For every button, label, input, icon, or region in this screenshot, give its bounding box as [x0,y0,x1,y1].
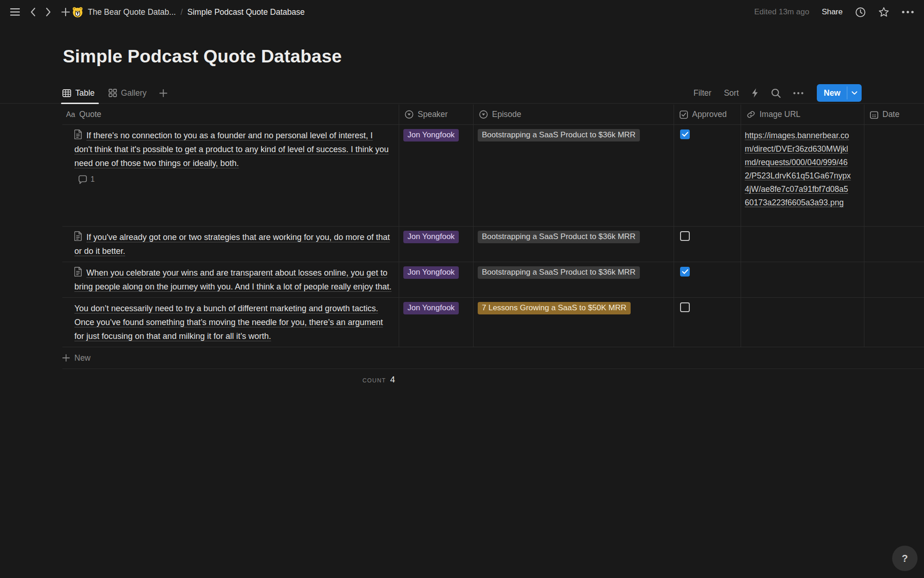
quote-title: You don’t necessarily need to try a bunc… [74,304,383,341]
speaker-cell[interactable]: Jon Yongfook [399,262,473,297]
column-header-approved[interactable]: Approved [674,105,741,124]
episode-tag: Bootstrapping a SaaS Product to $36k MRR [478,266,640,279]
approved-checkbox[interactable] [680,302,690,312]
plus-icon [62,354,70,362]
episode-cell[interactable]: Bootstrapping a SaaS Product to $36k MRR [473,262,674,297]
episode-cell[interactable]: Bootstrapping a SaaS Product to $36k MRR [473,125,674,226]
quote-cell[interactable]: If you've already got one or two strateg… [62,227,399,262]
new-record-button[interactable]: New [817,84,862,102]
back-chevron-icon[interactable] [30,7,36,17]
image-url-cell[interactable] [741,262,864,297]
quote-cell[interactable]: When you celebrate your wins and are tra… [62,262,399,297]
more-ellipsis-icon[interactable] [902,11,914,13]
count-value: 4 [390,375,395,385]
comment-chip[interactable]: 1 [78,172,392,186]
count-label: COUNT [362,377,386,384]
image-url-cell[interactable] [741,227,864,262]
image-url-cell[interactable] [741,298,864,347]
approved-cell [674,262,741,297]
breadcrumb-separator: / [181,7,183,17]
column-label: Image URL [760,110,801,119]
add-row-label: New [74,353,91,363]
hamburger-icon[interactable] [10,8,20,16]
filter-button[interactable]: Filter [693,88,711,98]
breadcrumb-parent[interactable]: The Bear Quote Datab... [72,6,176,18]
approved-cell [674,227,741,262]
page-document-icon [74,267,82,277]
page-title[interactable]: Simple Podcast Quote Database [63,46,342,67]
new-record-label: New [817,84,847,102]
episode-tag: 7 Lessons Growing a SaaS to $50K MRR [478,302,631,314]
column-label: Date [882,110,900,119]
tab-table[interactable]: Table [62,82,95,104]
table-header-row: Aa Quote Speaker Episode Approved Imag [62,105,924,125]
tab-gallery-label: Gallery [121,88,146,98]
approved-checkbox[interactable] [680,267,690,277]
episode-cell[interactable]: 7 Lessons Growing a SaaS to $50K MRR [473,298,674,347]
sort-button[interactable]: Sort [724,88,739,98]
quote-title: If you've already got one or two strateg… [74,233,390,256]
quote-title: If there's no connection to you as a fou… [74,131,389,168]
column-header-image-url[interactable]: Image URL [741,105,864,124]
database-table: Aa Quote Speaker Episode Approved Imag [62,105,924,385]
aa-title-icon: Aa [66,111,75,119]
date-cell[interactable] [864,125,924,226]
add-view-plus-icon[interactable] [159,89,167,97]
checkbox-property-icon [680,111,688,119]
speaker-cell[interactable]: Jon Yongfook [399,298,473,347]
approved-checkbox[interactable] [680,231,690,241]
calendar-property-icon [870,111,878,119]
tab-gallery[interactable]: Gallery [109,82,146,104]
column-header-quote[interactable]: Aa Quote [62,105,399,124]
new-page-plus-icon[interactable] [61,8,70,16]
speaker-cell[interactable]: Jon Yongfook [399,125,473,226]
date-cell[interactable] [864,262,924,297]
clock-history-icon[interactable] [855,7,866,18]
lightning-icon[interactable] [751,88,759,98]
forward-chevron-icon[interactable] [46,7,51,17]
column-label: Quote [79,110,102,119]
new-dropdown-chevron-icon[interactable] [847,84,862,102]
search-icon[interactable] [771,88,781,98]
breadcrumb: The Bear Quote Datab... / Simple Podcast… [72,6,304,18]
quote-title: When you celebrate your wins and are tra… [74,268,391,291]
column-label: Speaker [418,110,448,119]
help-button[interactable]: ? [892,546,918,571]
view-options-ellipsis-icon[interactable] [793,92,803,94]
select-property-icon [479,110,488,119]
table-view-icon [62,89,71,97]
episode-cell[interactable]: Bootstrapping a SaaS Product to $36k MRR [473,227,674,262]
share-button[interactable]: Share [822,7,843,17]
approved-cell [674,125,741,226]
image-url-cell[interactable]: https://images.bannerbear.com/direct/DVE… [741,125,864,226]
edited-timestamp: Edited 13m ago [754,7,809,17]
table-row: You don’t necessarily need to try a bunc… [62,298,924,347]
date-cell[interactable] [864,298,924,347]
table-row: If you've already got one or two strateg… [62,227,924,262]
view-actions: Filter Sort New [693,84,862,102]
column-header-date[interactable]: Date [864,105,924,124]
speaker-tag: Jon Yongfook [403,129,459,141]
column-header-episode[interactable]: Episode [473,105,674,124]
count-summary[interactable]: COUNT 4 [62,369,399,385]
episode-tag: Bootstrapping a SaaS Product to $36k MRR [478,129,640,141]
column-header-speaker[interactable]: Speaker [399,105,473,124]
star-favorite-icon[interactable] [878,6,889,18]
add-row-button[interactable]: New [62,347,924,369]
date-cell[interactable] [864,227,924,262]
quote-cell[interactable]: If there's no connection to you as a fou… [62,125,399,226]
select-property-icon [405,110,413,119]
breadcrumb-current[interactable]: Simple Podcast Quote Database [188,7,305,17]
link-property-icon [747,110,755,119]
table-row: When you celebrate your wins and are tra… [62,262,924,298]
column-label: Approved [692,110,727,119]
image-url-link[interactable]: https://images.bannerbear.com/direct/DVE… [745,131,851,207]
approved-checkbox[interactable] [680,129,690,139]
speaker-cell[interactable]: Jon Yongfook [399,227,473,262]
comment-bubble-icon [78,175,87,184]
page-document-icon [74,129,82,139]
gallery-view-icon [109,89,117,97]
speaker-tag: Jon Yongfook [403,266,459,279]
quote-cell[interactable]: You don’t necessarily need to try a bunc… [62,298,399,347]
active-tab-underline [61,103,99,104]
